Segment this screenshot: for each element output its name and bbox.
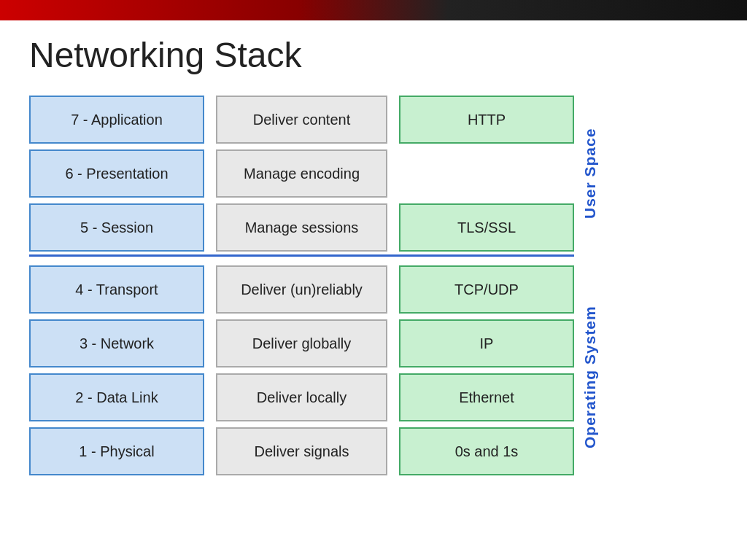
table-row: 3 - NetworkDeliver globallyIP xyxy=(29,319,574,368)
protocol-cell: HTTP xyxy=(399,96,574,144)
description-cell: Deliver (un)reliably xyxy=(216,265,387,314)
user-space-section: 7 - ApplicationDeliver contentHTTP6 - Pr… xyxy=(29,96,574,252)
description-cell: Deliver content xyxy=(216,96,387,144)
protocol-cell: 0s and 1s xyxy=(399,427,574,475)
table-row: 5 - SessionManage sessionsTLS/SSL xyxy=(29,203,574,252)
description-cell: Deliver locally xyxy=(216,373,387,421)
page-title: Networking Stack xyxy=(29,35,718,75)
table-row: 1 - PhysicalDeliver signals0s and 1s xyxy=(29,427,574,475)
protocol-cell: TLS/SSL xyxy=(399,203,574,252)
protocol-cell xyxy=(399,149,574,198)
protocol-cell: TCP/UDP xyxy=(399,265,574,314)
osi-layer-cell: 3 - Network xyxy=(29,319,204,368)
description-cell: Manage encoding xyxy=(216,149,387,198)
table-row: 6 - PresentationManage encoding xyxy=(29,149,574,198)
section-divider xyxy=(29,254,574,257)
osi-layer-cell: 1 - Physical xyxy=(29,427,204,475)
description-cell: Deliver signals xyxy=(216,427,387,475)
osi-layer-cell: 5 - Session xyxy=(29,203,204,252)
side-labels-container: User SpaceOperating System xyxy=(581,96,599,482)
top-decorative-bar xyxy=(0,0,747,20)
protocol-cell: Ethernet xyxy=(399,373,574,421)
main-grid: 7 - ApplicationDeliver contentHTTP6 - Pr… xyxy=(29,96,574,475)
protocol-cell: IP xyxy=(399,319,574,368)
osi-layer-cell: 2 - Data Link xyxy=(29,373,204,421)
table-row: 7 - ApplicationDeliver contentHTTP xyxy=(29,96,574,144)
osi-layer-cell: 4 - Transport xyxy=(29,265,204,314)
description-cell: Manage sessions xyxy=(216,203,387,252)
page-content: Networking Stack 7 - ApplicationDeliver … xyxy=(0,20,747,497)
table-row: 2 - Data LinkDeliver locallyEthernet xyxy=(29,373,574,421)
description-cell: Deliver globally xyxy=(216,319,387,368)
operating-system-label: Operating System xyxy=(581,272,599,482)
osi-layer-cell: 6 - Presentation xyxy=(29,149,204,198)
user-space-label: User Space xyxy=(581,96,599,252)
os-section: 4 - TransportDeliver (un)reliablyTCP/UDP… xyxy=(29,265,574,475)
osi-layer-cell: 7 - Application xyxy=(29,96,204,144)
table-row: 4 - TransportDeliver (un)reliablyTCP/UDP xyxy=(29,265,574,314)
diagram-container: 7 - ApplicationDeliver contentHTTP6 - Pr… xyxy=(29,96,718,482)
